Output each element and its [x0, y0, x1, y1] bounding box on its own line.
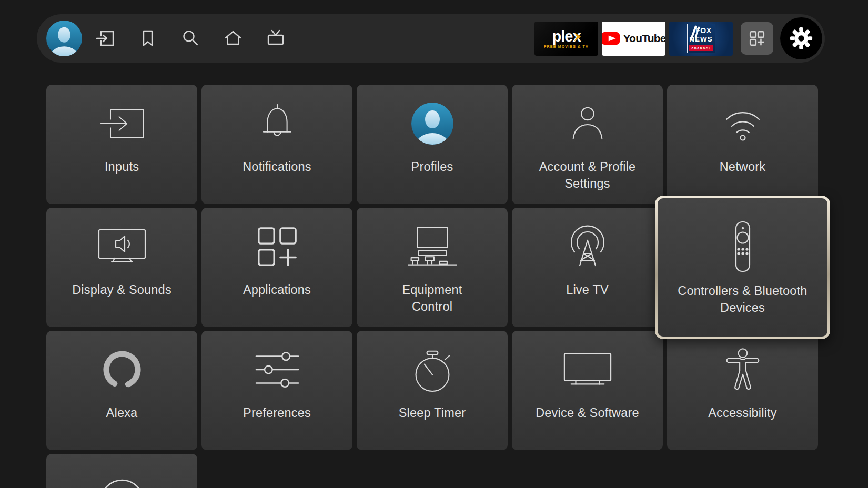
tile-alexa[interactable]: Alexa	[46, 331, 197, 450]
tile-sleep-timer[interactable]: Sleep Timer	[357, 331, 508, 450]
settings-gear-button[interactable]	[780, 17, 822, 59]
applications-grid-icon	[256, 225, 299, 268]
settings-grid: Inputs Notifications Profiles Account & …	[46, 85, 818, 488]
preferences-sliders-icon	[254, 351, 300, 388]
apps-grid-button[interactable]	[741, 22, 773, 55]
avatar-person-icon	[46, 21, 82, 56]
sleep-timer-stopwatch-icon	[411, 346, 453, 393]
plex-wordmark: plex	[552, 29, 580, 44]
remote-control-icon	[733, 220, 752, 273]
equipment-control-icon	[406, 225, 459, 268]
plex-tagline: FREE MOVIES & TV	[544, 45, 589, 48]
tile-display-sounds[interactable]: Display & Sounds	[46, 208, 197, 327]
tile-equipment-control[interactable]: EquipmentControl	[357, 208, 508, 327]
apps-grid-icon	[749, 30, 765, 47]
tile-applications[interactable]: Applications	[201, 208, 352, 327]
fox-news-logo: FOX NEWS channel	[687, 24, 715, 53]
tile-live-tv[interactable]: Live TV	[512, 208, 663, 327]
top-navigation-bar: plex FREE MOVIES & TV YouTube FOX NEWS c…	[37, 14, 825, 63]
search-icon[interactable]	[181, 29, 200, 48]
live-tv-antenna-icon	[566, 225, 610, 269]
profiles-avatar-icon	[411, 103, 453, 145]
accessibility-person-icon	[723, 348, 762, 392]
youtube-play-icon	[602, 32, 620, 45]
inputs-icon	[99, 106, 145, 141]
topbar-nav-icons	[96, 29, 285, 48]
youtube-wordmark: YouTube	[623, 32, 665, 45]
notifications-bell-icon	[257, 103, 297, 145]
profile-avatar[interactable]	[46, 21, 82, 56]
tile-controllers-bluetooth-devices[interactable]: Controllers & BluetoothDevices	[667, 208, 818, 327]
tile-notifications[interactable]: Notifications	[201, 85, 352, 204]
bookmark-icon[interactable]	[138, 29, 157, 48]
tile-account-profile-settings[interactable]: Account & ProfileSettings	[512, 85, 663, 204]
tile-partial[interactable]	[46, 454, 197, 488]
home-icon[interactable]	[224, 29, 243, 48]
tile-device-software[interactable]: Device & Software	[512, 331, 663, 450]
recent-app-plex[interactable]: plex FREE MOVIES & TV	[534, 22, 598, 56]
account-person-icon	[567, 106, 608, 141]
topbar-right-cluster: plex FREE MOVIES & TV YouTube FOX NEWS c…	[534, 17, 822, 59]
tile-inputs[interactable]: Inputs	[46, 85, 197, 204]
tile-network[interactable]: Network	[667, 85, 818, 204]
tile-profiles[interactable]: Profiles	[357, 85, 508, 204]
gear-icon	[789, 26, 813, 50]
circle-icon	[99, 479, 145, 488]
display-sounds-icon	[96, 227, 148, 266]
tile-preferences[interactable]: Preferences	[201, 331, 352, 450]
device-software-tv-icon	[562, 351, 613, 389]
network-wifi-icon	[719, 105, 766, 143]
inputs-icon[interactable]	[96, 29, 115, 48]
tile-accessibility[interactable]: Accessibility	[667, 331, 818, 450]
recent-app-youtube[interactable]: YouTube	[602, 22, 665, 56]
recent-app-fox-news[interactable]: FOX NEWS channel	[669, 22, 733, 56]
live-tv-icon[interactable]	[266, 29, 285, 48]
alexa-icon	[100, 348, 144, 392]
